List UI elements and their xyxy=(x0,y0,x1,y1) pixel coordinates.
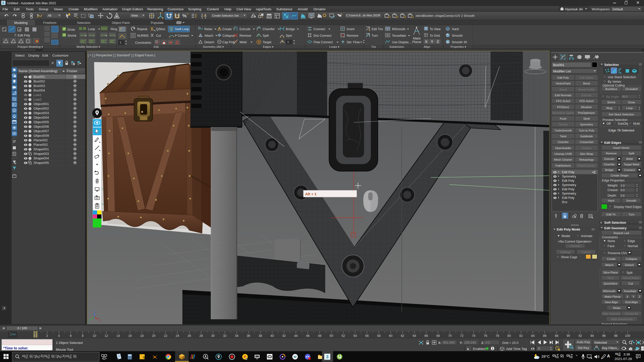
svg-text:30: 30 xyxy=(211,334,215,338)
svg-text:58: 58 xyxy=(377,334,381,338)
svg-text:86: 86 xyxy=(543,334,546,338)
svg-text:%: % xyxy=(182,13,187,18)
svg-text:92: 92 xyxy=(579,334,582,338)
svg-text:14: 14 xyxy=(116,334,120,338)
svg-text:38: 38 xyxy=(259,334,262,338)
svg-text:56: 56 xyxy=(365,334,369,338)
svg-text:50: 50 xyxy=(330,334,333,338)
svg-text:{: { xyxy=(201,13,203,19)
svg-text:70: 70 xyxy=(448,334,452,338)
svg-text:30: 30 xyxy=(447,41,449,43)
svg-text:52: 52 xyxy=(342,334,345,338)
svg-text:20: 20 xyxy=(152,334,155,338)
svg-text:y: y xyxy=(88,319,89,322)
svg-text:x: x xyxy=(100,319,101,322)
svg-text:96: 96 xyxy=(602,334,606,338)
svg-text:16: 16 xyxy=(128,334,132,338)
svg-text:3: 3 xyxy=(169,13,170,16)
svg-text:24: 24 xyxy=(176,334,179,338)
svg-text:34: 34 xyxy=(235,334,238,338)
svg-text:-: - xyxy=(94,34,95,37)
svg-text:66: 66 xyxy=(424,334,428,338)
svg-text:6: 6 xyxy=(70,334,72,338)
svg-text:+: + xyxy=(85,34,87,37)
svg-text:80: 80 xyxy=(507,334,511,338)
svg-text:78: 78 xyxy=(496,334,499,338)
svg-text:26: 26 xyxy=(187,334,191,338)
svg-text:36: 36 xyxy=(247,334,250,338)
svg-text:60: 60 xyxy=(389,334,392,338)
svg-text:48: 48 xyxy=(318,334,321,338)
svg-text:90: 90 xyxy=(567,334,570,338)
svg-text:4: 4 xyxy=(58,334,60,338)
svg-text:76: 76 xyxy=(484,334,487,338)
svg-text:-: - xyxy=(114,34,115,37)
svg-text:68: 68 xyxy=(436,334,440,338)
svg-text:3: 3 xyxy=(326,354,328,359)
svg-text:Alt + 1: Alt + 1 xyxy=(305,192,316,196)
svg-text:42: 42 xyxy=(282,334,286,338)
svg-text:72: 72 xyxy=(460,334,464,338)
svg-text:18: 18 xyxy=(140,334,144,338)
svg-text:94: 94 xyxy=(590,334,594,338)
svg-text:88: 88 xyxy=(555,334,558,338)
svg-text:64: 64 xyxy=(413,334,416,338)
svg-text:[ + ] [ Perspective ] [ Standa: [ + ] [ Perspective ] [ Standard* ] [ Ed… xyxy=(88,54,155,57)
svg-text:62: 62 xyxy=(401,334,404,338)
svg-text:40: 40 xyxy=(270,334,274,338)
svg-text:W: W xyxy=(294,355,297,359)
svg-text:8: 8 xyxy=(82,334,84,338)
svg-text:100: 100 xyxy=(625,334,630,338)
svg-text:54: 54 xyxy=(353,334,357,338)
svg-text:28: 28 xyxy=(199,334,203,338)
svg-text:84: 84 xyxy=(531,334,535,338)
svg-text:12: 12 xyxy=(105,334,108,338)
svg-text:0: 0 xyxy=(34,334,36,338)
svg-text:z: z xyxy=(93,309,94,312)
svg-text:32: 32 xyxy=(223,334,227,338)
svg-text:46: 46 xyxy=(306,334,309,338)
svg-text:+: + xyxy=(106,34,107,37)
svg-text:10: 10 xyxy=(93,334,96,338)
svg-text:44: 44 xyxy=(294,334,298,338)
svg-text:74: 74 xyxy=(472,334,475,338)
svg-text:98: 98 xyxy=(614,334,618,338)
svg-text:2: 2 xyxy=(46,334,48,338)
svg-text:82: 82 xyxy=(519,334,523,338)
svg-text:}: } xyxy=(205,13,207,19)
svg-text:22: 22 xyxy=(164,334,167,338)
